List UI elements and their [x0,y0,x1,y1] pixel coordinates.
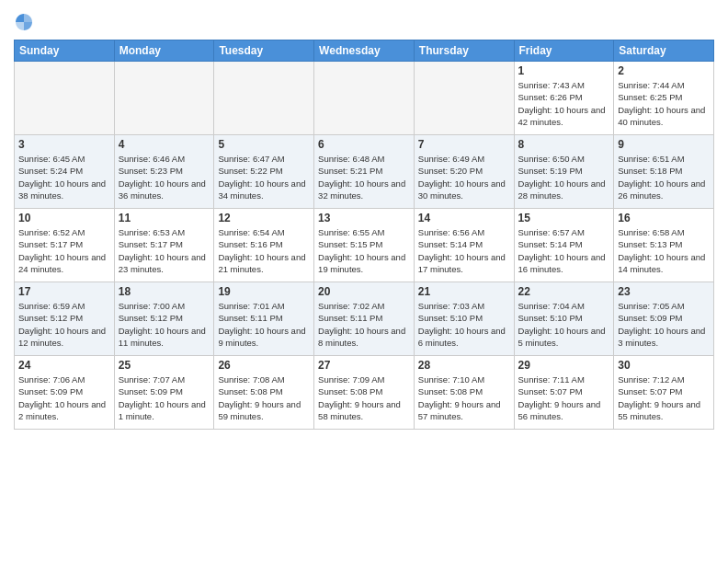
day-number: 29 [518,359,610,372]
day-info: Sunrise: 7:01 AM Sunset: 5:11 PM Dayligh… [218,300,310,349]
calendar-day-cell: 28Sunrise: 7:10 AM Sunset: 5:08 PM Dayli… [414,356,514,430]
calendar-day-cell: 27Sunrise: 7:09 AM Sunset: 5:08 PM Dayli… [314,356,415,430]
header [14,9,714,32]
day-info: Sunrise: 6:53 AM Sunset: 5:17 PM Dayligh… [119,226,210,275]
calendar-day-cell: 12Sunrise: 6:54 AM Sunset: 5:16 PM Dayli… [214,209,314,282]
calendar-day-cell: 23Sunrise: 7:05 AM Sunset: 5:09 PM Dayli… [614,282,714,356]
day-number: 17 [18,285,110,298]
day-info: Sunrise: 7:09 AM Sunset: 5:08 PM Dayligh… [318,373,410,422]
calendar-day-header: Friday [514,40,614,62]
calendar-day-header: Sunday [15,40,115,62]
calendar-day-cell: 15Sunrise: 6:57 AM Sunset: 5:14 PM Dayli… [514,209,614,282]
day-info: Sunrise: 6:49 AM Sunset: 5:20 PM Dayligh… [418,153,510,201]
day-number: 24 [18,359,110,372]
calendar-day-cell: 29Sunrise: 7:11 AM Sunset: 5:07 PM Dayli… [514,356,614,430]
day-info: Sunrise: 7:02 AM Sunset: 5:11 PM Dayligh… [318,300,410,349]
day-info: Sunrise: 6:45 AM Sunset: 5:24 PM Dayligh… [18,153,110,201]
page-container: SundayMondayTuesdayWednesdayThursdayFrid… [0,0,728,563]
day-number: 13 [318,212,410,224]
day-number: 18 [119,285,210,298]
day-info: Sunrise: 7:08 AM Sunset: 5:08 PM Dayligh… [218,373,310,422]
day-info: Sunrise: 6:50 AM Sunset: 5:19 PM Dayligh… [518,153,610,201]
day-number: 20 [318,285,410,298]
day-number: 26 [218,359,310,372]
day-info: Sunrise: 6:46 AM Sunset: 5:23 PM Dayligh… [119,153,210,201]
calendar-header-row: SundayMondayTuesdayWednesdayThursdayFrid… [15,40,714,62]
day-number: 3 [18,138,110,151]
calendar-day-cell: 19Sunrise: 7:01 AM Sunset: 5:11 PM Dayli… [214,282,314,356]
calendar: SundayMondayTuesdayWednesdayThursdayFrid… [14,40,714,430]
calendar-day-cell: 18Sunrise: 7:00 AM Sunset: 5:12 PM Dayli… [114,282,214,356]
calendar-day-cell: 2Sunrise: 7:44 AM Sunset: 6:25 PM Daylig… [614,62,714,135]
day-info: Sunrise: 6:58 AM Sunset: 5:13 PM Dayligh… [618,226,710,275]
day-number: 27 [318,359,410,372]
calendar-day-cell: 8Sunrise: 6:50 AM Sunset: 5:19 PM Daylig… [514,135,614,209]
calendar-day-cell: 25Sunrise: 7:07 AM Sunset: 5:09 PM Dayli… [114,356,214,430]
calendar-day-cell: 5Sunrise: 6:47 AM Sunset: 5:22 PM Daylig… [214,135,314,209]
calendar-week-row: 1Sunrise: 7:43 AM Sunset: 6:26 PM Daylig… [15,62,714,135]
day-info: Sunrise: 7:11 AM Sunset: 5:07 PM Dayligh… [518,373,610,422]
day-info: Sunrise: 7:07 AM Sunset: 5:09 PM Dayligh… [119,373,210,422]
calendar-day-cell [15,62,115,135]
day-info: Sunrise: 7:12 AM Sunset: 5:07 PM Dayligh… [618,373,710,422]
day-info: Sunrise: 6:59 AM Sunset: 5:12 PM Dayligh… [18,300,110,349]
calendar-day-cell: 26Sunrise: 7:08 AM Sunset: 5:08 PM Dayli… [214,356,314,430]
day-number: 1 [518,64,610,77]
day-info: Sunrise: 7:43 AM Sunset: 6:26 PM Dayligh… [518,79,610,128]
day-info: Sunrise: 7:10 AM Sunset: 5:08 PM Dayligh… [418,373,510,422]
day-number: 14 [418,212,510,224]
day-number: 16 [618,212,710,224]
calendar-day-cell: 7Sunrise: 6:49 AM Sunset: 5:20 PM Daylig… [414,135,514,209]
day-number: 15 [518,212,610,224]
calendar-day-cell [314,62,415,135]
calendar-day-cell: 17Sunrise: 6:59 AM Sunset: 5:12 PM Dayli… [15,282,115,356]
calendar-day-cell: 14Sunrise: 6:56 AM Sunset: 5:14 PM Dayli… [414,209,514,282]
calendar-day-cell: 10Sunrise: 6:52 AM Sunset: 5:17 PM Dayli… [15,209,115,282]
day-info: Sunrise: 7:00 AM Sunset: 5:12 PM Dayligh… [119,300,210,349]
calendar-day-cell: 20Sunrise: 7:02 AM Sunset: 5:11 PM Dayli… [314,282,415,356]
day-number: 9 [618,138,710,151]
day-info: Sunrise: 6:47 AM Sunset: 5:22 PM Dayligh… [218,153,310,201]
day-info: Sunrise: 6:55 AM Sunset: 5:15 PM Dayligh… [318,226,410,275]
calendar-day-cell [114,62,214,135]
day-number: 28 [418,359,510,372]
day-number: 5 [218,138,310,151]
calendar-day-header: Tuesday [214,40,314,62]
day-number: 6 [318,138,410,151]
calendar-day-cell: 11Sunrise: 6:53 AM Sunset: 5:17 PM Dayli… [114,209,214,282]
day-info: Sunrise: 6:54 AM Sunset: 5:16 PM Dayligh… [218,226,310,275]
day-info: Sunrise: 7:04 AM Sunset: 5:10 PM Dayligh… [518,300,610,349]
day-info: Sunrise: 6:52 AM Sunset: 5:17 PM Dayligh… [18,226,110,275]
calendar-day-cell: 13Sunrise: 6:55 AM Sunset: 5:15 PM Dayli… [314,209,415,282]
calendar-day-cell: 22Sunrise: 7:04 AM Sunset: 5:10 PM Dayli… [514,282,614,356]
day-info: Sunrise: 7:06 AM Sunset: 5:09 PM Dayligh… [18,373,110,422]
day-number: 11 [119,212,210,224]
calendar-week-row: 24Sunrise: 7:06 AM Sunset: 5:09 PM Dayli… [15,356,714,430]
day-number: 4 [119,138,210,151]
calendar-day-header: Thursday [414,40,514,62]
day-info: Sunrise: 7:44 AM Sunset: 6:25 PM Dayligh… [618,79,710,128]
calendar-day-cell: 16Sunrise: 6:58 AM Sunset: 5:13 PM Dayli… [614,209,714,282]
day-info: Sunrise: 6:51 AM Sunset: 5:18 PM Dayligh… [618,153,710,201]
day-number: 7 [418,138,510,151]
day-info: Sunrise: 6:57 AM Sunset: 5:14 PM Dayligh… [518,226,610,275]
day-number: 8 [518,138,610,151]
calendar-week-row: 3Sunrise: 6:45 AM Sunset: 5:24 PM Daylig… [15,135,714,209]
calendar-day-header: Saturday [614,40,714,62]
calendar-day-cell: 3Sunrise: 6:45 AM Sunset: 5:24 PM Daylig… [15,135,115,209]
day-number: 23 [618,285,710,298]
calendar-day-cell: 21Sunrise: 7:03 AM Sunset: 5:10 PM Dayli… [414,282,514,356]
calendar-day-cell [414,62,514,135]
day-number: 12 [218,212,310,224]
calendar-day-header: Wednesday [314,40,415,62]
calendar-day-cell: 6Sunrise: 6:48 AM Sunset: 5:21 PM Daylig… [314,135,415,209]
calendar-week-row: 10Sunrise: 6:52 AM Sunset: 5:17 PM Dayli… [15,209,714,282]
day-number: 25 [119,359,210,372]
day-number: 10 [18,212,110,224]
calendar-day-cell: 30Sunrise: 7:12 AM Sunset: 5:07 PM Dayli… [614,356,714,430]
calendar-day-cell [214,62,314,135]
logo-icon [14,12,34,32]
calendar-day-cell: 4Sunrise: 6:46 AM Sunset: 5:23 PM Daylig… [114,135,214,209]
day-info: Sunrise: 6:56 AM Sunset: 5:14 PM Dayligh… [418,226,510,275]
day-number: 21 [418,285,510,298]
